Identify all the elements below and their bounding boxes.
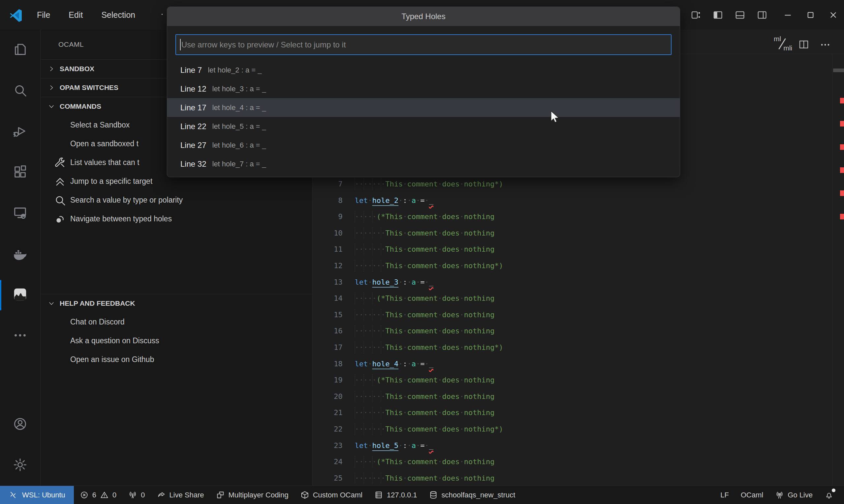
sidebar-item[interactable]: Chat on Discord (40, 312, 312, 331)
activity-explorer[interactable] (0, 30, 40, 71)
activity-ocaml[interactable] (0, 275, 40, 316)
typed-hole-result-row[interactable]: Line 27let hole_6 : a = _ (167, 136, 680, 155)
ocaml-icon (13, 287, 28, 303)
chevron-down-icon (48, 103, 55, 110)
error-overview-mark (840, 191, 844, 196)
code-line[interactable]: ·······This·comment·does·nothing*) (355, 339, 503, 356)
scrollbar-slider[interactable] (833, 69, 844, 72)
activity-remote-explorer[interactable] (0, 193, 40, 234)
menu-overflow[interactable]: · (160, 8, 163, 19)
editor-more-actions-button[interactable] (818, 38, 832, 52)
status-remote-indicator[interactable]: WSL: Ubuntu (0, 486, 74, 504)
code-line[interactable]: ·····(*This·comment·does·nothing (355, 372, 503, 389)
line-number: 16 (312, 323, 343, 339)
toggle-panel-button[interactable] (733, 8, 746, 21)
remote-icon (8, 490, 17, 499)
activity-docker[interactable] (0, 234, 40, 275)
status-notifications[interactable] (819, 486, 839, 504)
code-line[interactable]: let·hole_5·:·a·=·_ (355, 437, 503, 454)
status-go-live[interactable]: Go Live (769, 486, 819, 504)
mouse-cursor (550, 111, 560, 124)
line-number: 9 (312, 209, 343, 225)
double-chevron-up-icon (54, 175, 66, 188)
code-line[interactable]: let·hole_3·:·a·=·_ (355, 274, 503, 290)
line-number: 10 (312, 225, 343, 241)
line-number: 12 (312, 257, 343, 274)
activity-accounts[interactable] (0, 404, 40, 445)
code-line[interactable]: ·······This·comment·does·nothing (355, 225, 503, 241)
database-icon (429, 490, 438, 499)
maximize-button[interactable] (804, 8, 817, 21)
quick-pick-input[interactable] (175, 34, 672, 55)
tower-icon (775, 490, 784, 499)
status-multiplayer-coding[interactable]: Multiplayer Coding (210, 486, 294, 504)
code-line[interactable]: ·····(*This·comment·does·nothing (355, 454, 503, 470)
activity-run-debug[interactable] (0, 111, 40, 152)
line-number: 15 (312, 307, 343, 323)
customize-layout-button[interactable] (689, 8, 702, 21)
switch-impl-intf-button[interactable]: ml mli (773, 34, 792, 53)
status-problems[interactable]: 60 (74, 486, 123, 504)
account-icon (13, 416, 28, 433)
code-line[interactable]: ·······This·comment·does·nothing*) (355, 421, 503, 437)
status-custom-ocaml[interactable]: Custom OCaml (294, 486, 368, 504)
chevron-right-icon (48, 65, 55, 72)
status-host[interactable]: 127.0.0.1 (368, 486, 423, 504)
code-line[interactable]: ·······This·comment·does·nothing (355, 404, 503, 421)
close-button[interactable] (827, 8, 840, 21)
code-line[interactable]: let·hole_4·:·a·=·_ (355, 356, 503, 372)
error-overview-mark (840, 121, 844, 126)
code-line[interactable]: ·······This·comment·does·nothing*) (355, 257, 503, 274)
dialog-title: Typed Holes (167, 7, 680, 26)
code-line[interactable]: let·hole_2·:·a·=·_ (355, 192, 503, 209)
chevron-down-icon (48, 300, 55, 307)
docker-icon (13, 246, 28, 263)
code-line[interactable]: ·······This·comment·does·nothing (355, 241, 503, 257)
code-line[interactable]: ·····(*This·comment·does·nothing (355, 209, 503, 225)
search-icon (54, 194, 66, 206)
activity-extensions[interactable] (0, 152, 40, 193)
menu-selection[interactable]: Selection (101, 10, 135, 20)
ellipsis-icon (13, 328, 28, 344)
toggle-secondary-sidebar-button[interactable] (755, 8, 769, 21)
code-line[interactable]: ·······This·comment·does·nothing (355, 307, 503, 323)
menu-bar: FileEditSelection (37, 0, 135, 30)
activity-more[interactable] (0, 316, 40, 356)
typed-hole-result-row[interactable]: Line 32let hole_7 : a = _ (167, 155, 680, 173)
status-language[interactable]: OCaml (735, 486, 769, 504)
status-eol[interactable]: LF (714, 486, 735, 504)
code-area[interactable]: ·······This·comment·does·nothing*)let·ho… (355, 176, 503, 486)
sidebar-item[interactable]: Open an issue on Github (40, 350, 312, 369)
line-number: 14 (312, 290, 343, 307)
code-line[interactable]: ·······This·comment·does·nothing (355, 470, 503, 486)
window-controls (781, 8, 840, 21)
status-live-share[interactable]: Live Share (151, 486, 210, 504)
section-header-help-and-feedback[interactable]: HELP AND FEEDBACK (40, 294, 312, 312)
vscode-logo-icon (8, 7, 23, 22)
activity-settings[interactable] (0, 445, 40, 486)
sidebar-item[interactable]: Ask a question on Discuss (40, 331, 312, 350)
menu-edit[interactable]: Edit (69, 10, 83, 20)
status-ports[interactable]: 0 (122, 486, 151, 504)
code-line[interactable]: ·······This·comment·does·nothing (355, 323, 503, 339)
run-debug-icon (13, 124, 28, 140)
toggle-sidebar-button[interactable] (711, 8, 724, 21)
activity-search[interactable] (0, 71, 40, 111)
code-line[interactable]: ·····(*This·comment·does·nothing (355, 290, 503, 307)
typed-hole-result-row[interactable]: Line 22let hole_5 : a = _ (167, 117, 680, 136)
status-database[interactable]: schoolfaqs_new_struct (423, 486, 521, 504)
share-icon (157, 490, 166, 499)
code-line[interactable]: ·······This·comment·does·nothing (355, 389, 503, 405)
line-number: 24 (312, 454, 343, 470)
split-editor-button[interactable] (796, 37, 811, 52)
typed-hole-result-row[interactable]: Line 7let hole_2 : a = _ (167, 60, 680, 79)
code-line[interactable]: ·······This·comment·does·nothing*) (355, 176, 503, 192)
typed-hole-result-row[interactable]: Line 17let hole_4 : a = _ (167, 98, 680, 117)
sidebar-item[interactable]: Search a value by type or polarity (40, 191, 312, 210)
line-number: 8 (312, 192, 343, 209)
minimize-button[interactable] (781, 8, 794, 21)
typed-hole-result-row[interactable]: Line 12let hole_3 : a = _ (167, 79, 680, 98)
layout-controls (689, 8, 769, 21)
sidebar-item[interactable]: Navigate between typed holes (40, 210, 312, 228)
menu-file[interactable]: File (37, 10, 50, 20)
